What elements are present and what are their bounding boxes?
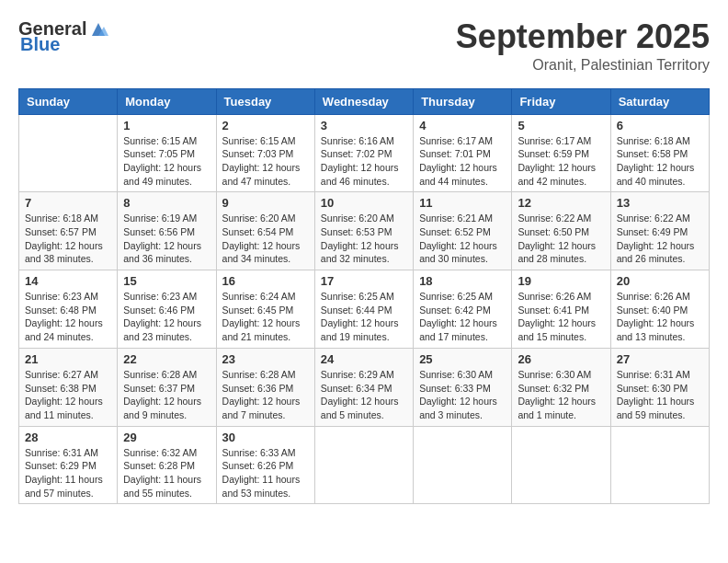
calendar-cell: 1Sunrise: 6:15 AM Sunset: 7:05 PM Daylig…	[118, 114, 216, 192]
weekday-header-wednesday: Wednesday	[314, 88, 413, 114]
weekday-header-thursday: Thursday	[414, 88, 512, 114]
calendar-cell: 27Sunrise: 6:31 AM Sunset: 6:30 PM Dayli…	[610, 348, 709, 426]
day-number: 6	[617, 119, 703, 132]
calendar-cell: 9Sunrise: 6:20 AM Sunset: 6:54 PM Daylig…	[216, 192, 314, 270]
day-info: Sunrise: 6:20 AM Sunset: 6:54 PM Dayligh…	[222, 212, 309, 266]
day-number: 10	[321, 196, 407, 210]
calendar-cell	[19, 114, 118, 192]
day-number: 7	[25, 196, 111, 210]
day-info: Sunrise: 6:28 AM Sunset: 6:36 PM Dayligh…	[222, 368, 309, 422]
day-info: Sunrise: 6:16 AM Sunset: 7:02 PM Dayligh…	[321, 134, 407, 189]
calendar-cell: 10Sunrise: 6:20 AM Sunset: 6:53 PM Dayli…	[314, 192, 413, 270]
calendar-cell: 29Sunrise: 6:32 AM Sunset: 6:28 PM Dayli…	[118, 426, 216, 504]
day-info: Sunrise: 6:25 AM Sunset: 6:42 PM Dayligh…	[419, 290, 506, 344]
calendar-cell: 5Sunrise: 6:17 AM Sunset: 6:59 PM Daylig…	[512, 114, 610, 192]
calendar-cell	[512, 426, 610, 504]
day-info: Sunrise: 6:32 AM Sunset: 6:28 PM Dayligh…	[123, 446, 210, 500]
weekday-header-saturday: Saturday	[610, 88, 709, 114]
day-info: Sunrise: 6:17 AM Sunset: 7:01 PM Dayligh…	[419, 134, 506, 189]
day-info: Sunrise: 6:26 AM Sunset: 6:41 PM Dayligh…	[518, 290, 604, 344]
calendar-week-2: 7Sunrise: 6:18 AM Sunset: 6:57 PM Daylig…	[19, 192, 710, 270]
day-number: 1	[123, 119, 210, 132]
calendar-cell: 7Sunrise: 6:18 AM Sunset: 6:57 PM Daylig…	[19, 192, 118, 270]
day-number: 18	[419, 274, 506, 288]
calendar-cell: 14Sunrise: 6:23 AM Sunset: 6:48 PM Dayli…	[19, 270, 118, 349]
day-number: 23	[222, 352, 309, 366]
calendar-cell: 11Sunrise: 6:21 AM Sunset: 6:52 PM Dayli…	[414, 192, 512, 270]
calendar-cell: 4Sunrise: 6:17 AM Sunset: 7:01 PM Daylig…	[414, 114, 512, 192]
calendar-cell: 6Sunrise: 6:18 AM Sunset: 6:58 PM Daylig…	[610, 114, 709, 192]
calendar-cell	[414, 426, 512, 504]
logo: General Blue	[18, 18, 108, 55]
day-info: Sunrise: 6:31 AM Sunset: 6:30 PM Dayligh…	[617, 368, 703, 422]
calendar-cell	[314, 426, 413, 504]
calendar-cell: 24Sunrise: 6:29 AM Sunset: 6:34 PM Dayli…	[314, 348, 413, 426]
day-info: Sunrise: 6:28 AM Sunset: 6:37 PM Dayligh…	[123, 368, 210, 422]
day-info: Sunrise: 6:29 AM Sunset: 6:34 PM Dayligh…	[321, 368, 407, 422]
calendar-week-4: 21Sunrise: 6:27 AM Sunset: 6:38 PM Dayli…	[19, 348, 710, 426]
calendar-cell: 21Sunrise: 6:27 AM Sunset: 6:38 PM Dayli…	[19, 348, 118, 426]
title-block: September 2025 Oranit, Palestinian Terri…	[456, 18, 710, 74]
calendar-cell: 18Sunrise: 6:25 AM Sunset: 6:42 PM Dayli…	[414, 270, 512, 349]
day-info: Sunrise: 6:33 AM Sunset: 6:26 PM Dayligh…	[222, 446, 309, 500]
logo-blue: Blue	[20, 34, 60, 55]
day-number: 14	[25, 274, 111, 288]
day-info: Sunrise: 6:15 AM Sunset: 7:05 PM Dayligh…	[123, 134, 210, 189]
day-info: Sunrise: 6:26 AM Sunset: 6:40 PM Dayligh…	[617, 290, 703, 344]
day-info: Sunrise: 6:25 AM Sunset: 6:44 PM Dayligh…	[321, 290, 407, 344]
day-number: 15	[123, 274, 210, 288]
day-info: Sunrise: 6:15 AM Sunset: 7:03 PM Dayligh…	[222, 134, 309, 189]
calendar-table: SundayMondayTuesdayWednesdayThursdayFrid…	[18, 88, 710, 505]
day-info: Sunrise: 6:31 AM Sunset: 6:29 PM Dayligh…	[25, 446, 111, 500]
day-info: Sunrise: 6:17 AM Sunset: 6:59 PM Dayligh…	[518, 134, 604, 189]
weekday-header-tuesday: Tuesday	[216, 88, 314, 114]
day-info: Sunrise: 6:23 AM Sunset: 6:48 PM Dayligh…	[25, 290, 111, 344]
location-title: Oranit, Palestinian Territory	[456, 57, 710, 74]
calendar-cell: 30Sunrise: 6:33 AM Sunset: 6:26 PM Dayli…	[216, 426, 314, 504]
calendar-cell: 22Sunrise: 6:28 AM Sunset: 6:37 PM Dayli…	[118, 348, 216, 426]
day-number: 19	[518, 274, 604, 288]
day-number: 30	[222, 431, 309, 444]
day-info: Sunrise: 6:18 AM Sunset: 6:57 PM Dayligh…	[25, 212, 111, 266]
calendar-cell: 26Sunrise: 6:30 AM Sunset: 6:32 PM Dayli…	[512, 348, 610, 426]
day-info: Sunrise: 6:22 AM Sunset: 6:49 PM Dayligh…	[617, 212, 703, 266]
day-info: Sunrise: 6:30 AM Sunset: 6:33 PM Dayligh…	[419, 368, 506, 422]
day-number: 17	[321, 274, 407, 288]
calendar-cell: 16Sunrise: 6:24 AM Sunset: 6:45 PM Dayli…	[216, 270, 314, 349]
weekday-header-sunday: Sunday	[19, 88, 118, 114]
calendar-cell	[610, 426, 709, 504]
calendar-cell: 8Sunrise: 6:19 AM Sunset: 6:56 PM Daylig…	[118, 192, 216, 270]
day-info: Sunrise: 6:30 AM Sunset: 6:32 PM Dayligh…	[518, 368, 604, 422]
day-number: 11	[419, 196, 506, 210]
day-info: Sunrise: 6:24 AM Sunset: 6:45 PM Dayligh…	[222, 290, 309, 344]
day-number: 13	[617, 196, 703, 210]
calendar-week-1: 1Sunrise: 6:15 AM Sunset: 7:05 PM Daylig…	[19, 114, 710, 192]
calendar-cell: 25Sunrise: 6:30 AM Sunset: 6:33 PM Dayli…	[414, 348, 512, 426]
day-number: 5	[518, 119, 604, 132]
calendar-cell: 23Sunrise: 6:28 AM Sunset: 6:36 PM Dayli…	[216, 348, 314, 426]
calendar-cell: 19Sunrise: 6:26 AM Sunset: 6:41 PM Dayli…	[512, 270, 610, 349]
calendar-cell: 28Sunrise: 6:31 AM Sunset: 6:29 PM Dayli…	[19, 426, 118, 504]
calendar-cell: 3Sunrise: 6:16 AM Sunset: 7:02 PM Daylig…	[314, 114, 413, 192]
day-info: Sunrise: 6:21 AM Sunset: 6:52 PM Dayligh…	[419, 212, 506, 266]
day-number: 4	[419, 119, 506, 132]
day-info: Sunrise: 6:20 AM Sunset: 6:53 PM Dayligh…	[321, 212, 407, 266]
day-info: Sunrise: 6:22 AM Sunset: 6:50 PM Dayligh…	[518, 212, 604, 266]
day-number: 8	[123, 196, 210, 210]
day-info: Sunrise: 6:27 AM Sunset: 6:38 PM Dayligh…	[25, 368, 111, 422]
day-info: Sunrise: 6:18 AM Sunset: 6:58 PM Dayligh…	[617, 134, 703, 189]
day-number: 24	[321, 352, 407, 366]
calendar-week-5: 28Sunrise: 6:31 AM Sunset: 6:29 PM Dayli…	[19, 426, 710, 504]
calendar-cell: 2Sunrise: 6:15 AM Sunset: 7:03 PM Daylig…	[216, 114, 314, 192]
day-number: 21	[25, 352, 111, 366]
calendar-week-3: 14Sunrise: 6:23 AM Sunset: 6:48 PM Dayli…	[19, 270, 710, 349]
day-number: 25	[419, 352, 506, 366]
weekday-header-friday: Friday	[512, 88, 610, 114]
day-info: Sunrise: 6:19 AM Sunset: 6:56 PM Dayligh…	[123, 212, 210, 266]
day-number: 22	[123, 352, 210, 366]
day-number: 2	[222, 119, 309, 132]
day-number: 9	[222, 196, 309, 210]
calendar-cell: 17Sunrise: 6:25 AM Sunset: 6:44 PM Dayli…	[314, 270, 413, 349]
day-number: 28	[25, 431, 111, 444]
day-number: 16	[222, 274, 309, 288]
